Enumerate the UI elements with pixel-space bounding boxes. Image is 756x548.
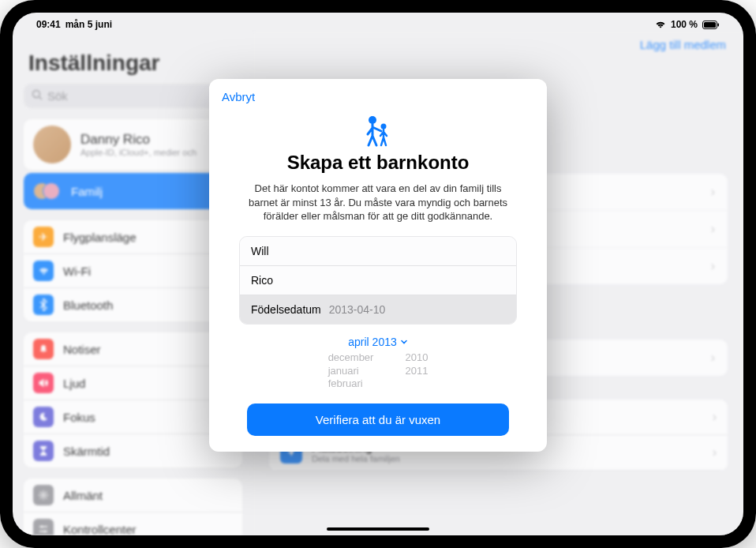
- modal-overlay: Avbryt Skapa ett barnkonto Det här konto…: [13, 13, 743, 535]
- chevron-down-icon: [400, 336, 408, 348]
- cancel-button[interactable]: Avbryt: [222, 90, 255, 103]
- birthdate-field[interactable]: Födelsedatum 2013-04-10: [240, 295, 516, 324]
- wheel-month: februari: [328, 377, 374, 391]
- wheel-year: 2010: [405, 351, 428, 365]
- wheel-year: 2011: [405, 365, 428, 378]
- modal-title: Skapa ett barnkonto: [223, 152, 533, 174]
- date-wheel[interactable]: december januari februari 2010 2011: [223, 351, 533, 400]
- birthdate-label: Födelsedatum: [251, 303, 321, 316]
- month-year-label: april 2013: [348, 336, 397, 348]
- home-indicator[interactable]: [327, 527, 429, 531]
- verify-adult-button[interactable]: Verifiera att du är vuxen: [247, 403, 509, 436]
- last-name-value: Rico: [251, 274, 273, 287]
- create-child-account-modal: Avbryt Skapa ett barnkonto Det här konto…: [209, 79, 547, 452]
- svg-point-12: [381, 124, 387, 129]
- child-form: Will Rico Födelsedatum 2013-04-10: [239, 236, 517, 325]
- last-name-field[interactable]: Rico: [240, 266, 516, 295]
- wheel-month: december: [328, 351, 374, 365]
- modal-description: Det här kontot kommer att vara en del av…: [223, 182, 533, 223]
- first-name-field[interactable]: Will: [240, 237, 516, 266]
- first-name-value: Will: [251, 245, 269, 257]
- family-icon: [223, 112, 533, 147]
- birthdate-value: 2013-04-10: [329, 303, 386, 316]
- wheel-month: januari: [328, 365, 374, 378]
- month-year-picker[interactable]: april 2013: [223, 325, 533, 351]
